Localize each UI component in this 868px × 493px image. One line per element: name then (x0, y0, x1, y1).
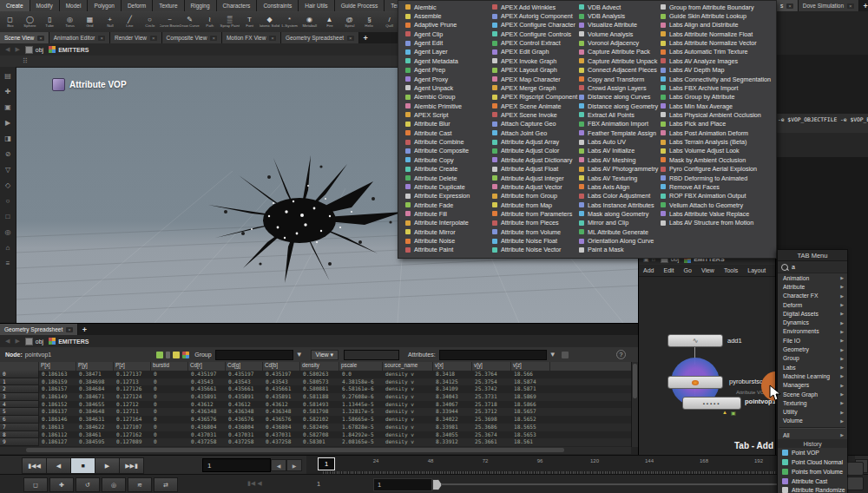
menu-item[interactable]: FBX Animation Import (576, 120, 656, 128)
table-row[interactable]: 10.1861590.3846980.1271300.435430.435430… (0, 378, 631, 386)
menu-item[interactable]: Vellum Attach to Geometry (658, 200, 774, 209)
menu-item[interactable]: APEX Add Wrinkles (490, 3, 575, 11)
realtime-icon[interactable]: ◎ (102, 477, 126, 492)
menu-item[interactable]: Labs Attribute Value Replace (658, 209, 774, 218)
menu-item[interactable]: APEX Rigscript Component (490, 93, 575, 102)
shelf-tool-button[interactable]: § Helix (359, 11, 379, 32)
menu-item[interactable]: APEX Configure Controls (490, 30, 575, 38)
menu-item[interactable]: Labs Min Max Average (658, 102, 774, 110)
menu-item[interactable]: Agent Prep (403, 66, 488, 75)
view-dropdown[interactable]: View ▾ (311, 350, 339, 360)
path-node-chip[interactable]: EMITTERS (49, 46, 89, 53)
select-mode-icon[interactable]: ◻ (23, 477, 48, 492)
column-header[interactable]: P[x] (39, 362, 76, 371)
pane-tab[interactable]: Scene View (0, 32, 49, 43)
horizontal-scrollbar[interactable] (0, 447, 631, 454)
group-input[interactable] (215, 350, 293, 360)
menu-item[interactable]: APEX Control Extract (490, 38, 575, 47)
menu-item[interactable]: Alembic (403, 3, 488, 11)
menu-item[interactable]: Distance along Geometry (576, 102, 656, 110)
menu-item[interactable]: Remove All Faces (658, 182, 774, 191)
table-row[interactable]: 70.186130.3846220.12710700.4368040.43680… (0, 424, 631, 431)
menu-item[interactable]: Attribute Interpolate (403, 219, 488, 227)
column-header[interactable]: source_name (383, 362, 433, 371)
points-mode-icon[interactable] (156, 352, 163, 358)
column-header[interactable] (0, 362, 39, 371)
menu-item[interactable]: Attribute Delete (403, 174, 488, 182)
history-item[interactable]: Point Cloud Normal (778, 457, 847, 467)
menu-item[interactable]: Alembic Group (403, 93, 488, 102)
menu-item[interactable]: Attribute Adjust Float (490, 164, 575, 173)
tab-menu-category[interactable]: Animation ▶ (778, 273, 847, 282)
column-header[interactable]: density (300, 362, 339, 371)
tab-menu-category[interactable]: Group ▶ (778, 354, 847, 363)
shelf-tool-button[interactable]: ~ Curve Bezier (160, 11, 180, 32)
menu-item[interactable]: Attribute Noise Vector (490, 246, 575, 254)
back-arrow-icon[interactable]: ◀ (5, 46, 10, 53)
menu-item[interactable]: APEX Scene Animate (490, 102, 575, 110)
menu-item[interactable]: Labs AV Photogrammetry (576, 164, 656, 173)
tab-menu-category[interactable]: Volume ▶ (778, 417, 847, 425)
shelf-tab[interactable]: Texture (153, 0, 184, 11)
shelf-tab[interactable]: Characters (217, 0, 258, 11)
table-row[interactable]: 40.1861520.3846550.1271200.436120.436120… (0, 401, 631, 409)
pane-tab[interactable]: Composite View (162, 32, 222, 43)
menu-item[interactable]: Attribute Composite (403, 147, 488, 155)
grip-handle-icon[interactable]: ⠿ (23, 57, 29, 65)
node-pyroburstsource[interactable] (667, 376, 723, 389)
shelf-tab[interactable]: Modify (30, 0, 60, 11)
menu-item[interactable]: APEX Script (403, 110, 488, 119)
orbit-icon[interactable]: ○ (6, 197, 10, 205)
shelf-tool-button[interactable]: ▯ Tube (40, 11, 60, 32)
shelf-tool-button[interactable]: @ Spiral (339, 11, 359, 32)
tab-menu-category[interactable]: Dynamics ▶ (778, 318, 847, 326)
table-options-icon[interactable] (562, 352, 569, 358)
menu-item[interactable]: Labs Terrain Analysis (Beta) (658, 137, 774, 146)
menu-item[interactable]: Attribute from Volume (490, 227, 575, 236)
frame-step-forward[interactable]: ▶ (286, 459, 302, 471)
menu-item[interactable]: Feather Template Assign (576, 128, 656, 137)
menu-item[interactable]: Attribute from Group (490, 192, 575, 200)
menu-item[interactable]: APEX Invoke Graph (490, 56, 575, 65)
table-row[interactable]: 50.1861370.3846480.1271100.4363480.43634… (0, 408, 631, 416)
shelf-tool-button[interactable]: ▲ Fire (319, 11, 339, 32)
column-header[interactable]: Cd[b] (263, 362, 300, 371)
tab-menu-category[interactable]: Environments ▶ (778, 327, 847, 336)
menu-item[interactable]: Attribute Noise (403, 236, 488, 245)
menu-item[interactable]: Copy and Transform (576, 75, 656, 83)
shelf-tool-button[interactable]: T Font (240, 11, 260, 32)
tab-menu-category[interactable]: Digital Assets ▶ (778, 309, 847, 318)
right-pane-tab[interactable]: Dove Simulation (799, 0, 859, 11)
network-menu-item[interactable]: Tools (724, 267, 738, 273)
table-row[interactable]: 80.1861120.384610.12716200.4370310.43703… (0, 431, 631, 439)
menu-item[interactable]: Attach Capture Geo (490, 120, 575, 128)
lock-icon[interactable]: ◨ (4, 135, 11, 142)
menu-item[interactable]: Agent Layer (403, 48, 488, 56)
shelf-tool-button[interactable]: ◻ Box (0, 11, 20, 32)
menu-item[interactable]: Attribute Fade (403, 200, 488, 209)
prims-mode-icon[interactable] (173, 352, 180, 358)
tab-menu-category[interactable]: Managers ▶ (778, 381, 847, 390)
display-flag-icon[interactable]: ▣ (731, 410, 736, 416)
forward-arrow-icon[interactable]: ▶ (15, 46, 19, 53)
menu-item[interactable]: Labs AV Meshing (576, 155, 656, 164)
shelf-tool-button[interactable]: / Quill (379, 11, 399, 32)
node-pointvop1[interactable]: ▪▪▪▪▪ (682, 397, 741, 410)
right-add-tab-button[interactable]: + (859, 0, 868, 11)
shelf-tab[interactable]: Hair Utils (299, 0, 334, 11)
menu-item[interactable]: Adaptive Prune (403, 21, 488, 30)
history-item[interactable]: Attribute Randomize (778, 486, 847, 493)
column-header[interactable]: pscale (339, 362, 383, 371)
shelf-tab[interactable]: Constraints (257, 0, 299, 11)
tab-menu-category[interactable]: Texturing ▶ (778, 398, 847, 407)
current-frame-field[interactable]: 1 (202, 458, 271, 472)
menu-item[interactable]: APEX Layout Graph (490, 66, 575, 75)
shelf-tool-button[interactable]: ✎ Draw Curve (180, 11, 200, 32)
menu-item[interactable]: Labs AV Depth Map (658, 66, 774, 75)
network-menu-item[interactable]: Layout (747, 267, 766, 273)
menu-item[interactable]: Labs Attribute Normalize Float (658, 30, 774, 38)
shelf-tool-button[interactable]: + Null (100, 11, 120, 32)
tab-menu-search[interactable] (778, 261, 847, 273)
menu-item[interactable]: APEX Autorig Component (490, 11, 575, 20)
shelf-tab[interactable]: Create (0, 0, 30, 11)
